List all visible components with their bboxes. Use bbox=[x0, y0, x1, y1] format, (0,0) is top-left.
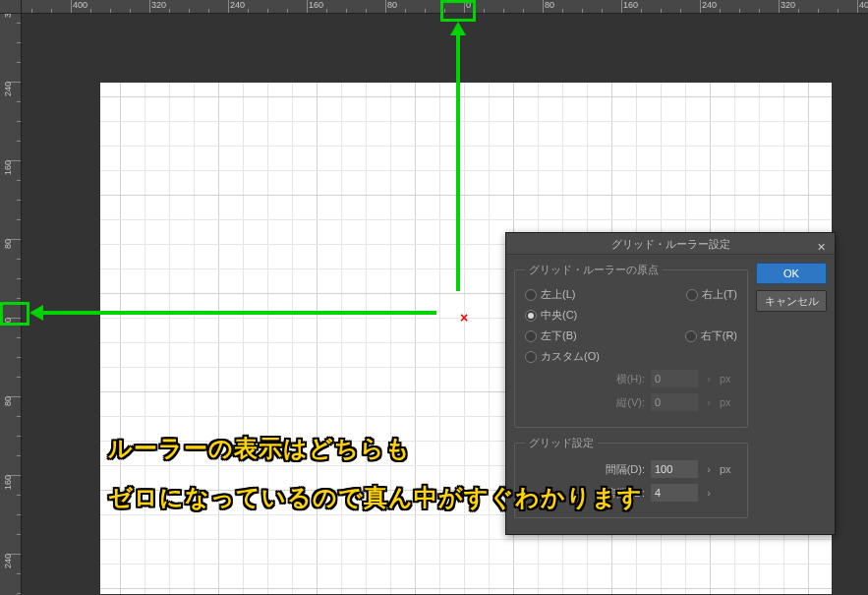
ruler-corner bbox=[0, 0, 22, 14]
ok-button[interactable]: OK bbox=[756, 263, 827, 284]
radio-bottom-right[interactable]: 右下(R) bbox=[685, 328, 737, 343]
radio-bottom-left[interactable]: 左下(B) bbox=[525, 328, 577, 343]
custom-v-label: 縦(V): bbox=[596, 395, 645, 410]
custom-h-label: 横(H): bbox=[596, 372, 645, 387]
spinner-icon[interactable]: › bbox=[704, 484, 714, 502]
custom-h-input[interactable] bbox=[651, 370, 698, 387]
radio-top-right[interactable]: 右上(T) bbox=[686, 287, 737, 302]
grid-div-input[interactable] bbox=[651, 484, 698, 502]
cancel-button[interactable]: キャンセル bbox=[756, 290, 827, 312]
canvas-viewport[interactable]: × グリッド・ルーラー設定 ✕ グリッド・ルーラーの原点 左上(L) 右上(T)… bbox=[22, 14, 868, 595]
dialog-title: グリッド・ルーラー設定 bbox=[611, 238, 730, 250]
radio-dot-icon bbox=[525, 310, 537, 322]
unit-label: px bbox=[720, 396, 737, 408]
origin-fieldset: グリッド・ルーラーの原点 左上(L) 右上(T) 中央(C) 左下(B) 右下(… bbox=[514, 263, 748, 428]
radio-center[interactable]: 中央(C) bbox=[525, 308, 577, 323]
ruler-vertical: 32024016080080160240 bbox=[0, 14, 22, 595]
unit-label: px bbox=[720, 373, 737, 385]
spinner-icon[interactable]: › bbox=[704, 370, 714, 387]
spinner-icon[interactable]: › bbox=[704, 460, 714, 478]
radio-dot-icon bbox=[525, 289, 537, 301]
unit-label: px bbox=[720, 463, 737, 475]
radio-dot-icon bbox=[686, 289, 698, 301]
spinner-icon[interactable]: › bbox=[704, 393, 714, 411]
grid-legend: グリッド設定 bbox=[525, 436, 598, 450]
radio-dot-icon bbox=[685, 330, 697, 342]
origin-cross-icon: × bbox=[458, 312, 470, 324]
radio-dot-icon bbox=[525, 351, 537, 363]
grid-div-label: 分割数(D: bbox=[596, 486, 645, 501]
grid-gap-label: 間隔(D): bbox=[596, 462, 645, 477]
close-icon[interactable]: ✕ bbox=[813, 236, 829, 252]
ruler-horizontal: 48040032024016080080160240320400 bbox=[22, 0, 868, 14]
grid-fieldset: グリッド設定 間隔(D): › px 分割数(D: › px bbox=[514, 436, 748, 518]
grid-ruler-settings-dialog[interactable]: グリッド・ルーラー設定 ✕ グリッド・ルーラーの原点 左上(L) 右上(T) 中… bbox=[505, 232, 836, 535]
dialog-titlebar[interactable]: グリッド・ルーラー設定 ✕ bbox=[506, 233, 835, 255]
radio-dot-icon bbox=[525, 330, 537, 342]
radio-top-left[interactable]: 左上(L) bbox=[525, 287, 575, 302]
grid-gap-input[interactable] bbox=[651, 460, 698, 478]
custom-v-input[interactable] bbox=[651, 393, 698, 411]
origin-legend: グリッド・ルーラーの原点 bbox=[525, 263, 663, 277]
radio-custom[interactable]: カスタム(O) bbox=[525, 349, 600, 364]
